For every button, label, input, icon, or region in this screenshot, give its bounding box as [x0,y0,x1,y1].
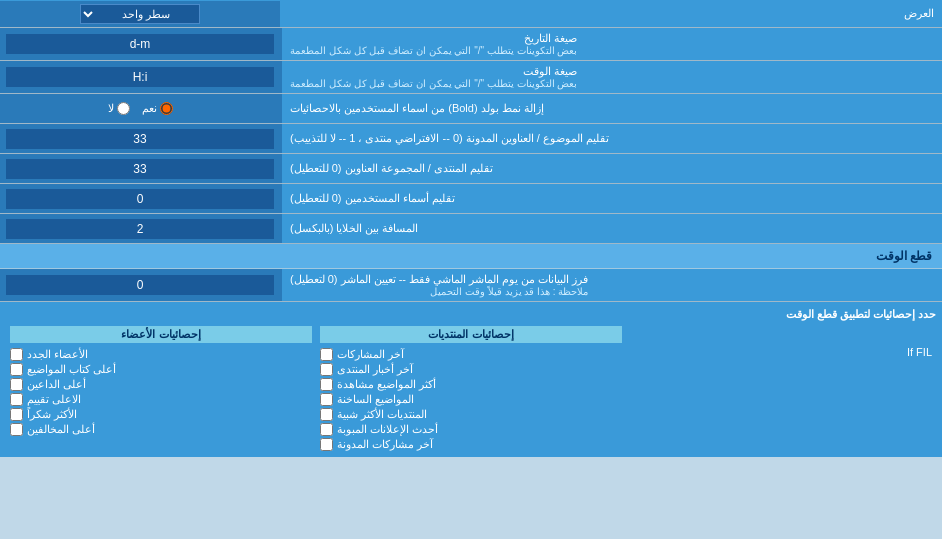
checkbox-last-blog-posts-input[interactable] [320,438,333,451]
topic-title-input-wrapper [0,124,280,153]
cut-time-header: قطع الوقت [0,244,942,269]
checkbox-last-blog-posts: آخر مشاركات المدونة [320,438,622,451]
checkbox-top-inviters-input[interactable] [10,378,23,391]
bottom-section: حدد إحصائيات لتطبيق قطع الوقت إحصائيات ا… [0,302,942,457]
display-select[interactable]: سطر واحد سطرين ثلاثة أسطر [80,4,200,24]
checkbox-new-members: الأعضاء الجدد [10,348,312,361]
fetch-input-wrapper [0,269,280,301]
checkbox-top-rated-input[interactable] [10,393,23,406]
checkbox-latest-classifieds: أحدث الإعلانات المبوبة [320,423,622,436]
checkboxes-container: إحصائيات الأعضاء الأعضاء الجدد أعلى كتاب… [6,326,936,451]
time-format-row: صيغة الوقت بعض التكوينات يتطلب "/" التي … [0,61,942,94]
main-container: العرض سطر واحد سطرين ثلاثة أسطر صيغة الت… [0,0,942,457]
fetch-row: فرز البيانات من يوم الماشر الماشي فقط --… [0,269,942,302]
member-stats-column: إحصائيات الأعضاء الأعضاء الجدد أعلى كتاب… [6,326,316,451]
header-row: العرض سطر واحد سطرين ثلاثة أسطر [0,0,942,28]
fetch-input[interactable] [6,275,274,295]
checkbox-top-violators-input[interactable] [10,423,23,436]
checkbox-last-posts: آخر المشاركات [320,348,622,361]
topic-title-label: تقليم الموضوع / العناوين المدونة (0 -- ا… [280,124,942,153]
forum-title-input[interactable] [6,159,274,179]
checkbox-forum-news: آخر أخبار المنتدى [320,363,622,376]
checkbox-top-authors: أعلى كتاب المواضيع [10,363,312,376]
header-select-wrapper: سطر واحد سطرين ثلاثة أسطر [0,1,280,27]
limit-header: حدد إحصائيات لتطبيق قطع الوقت [6,308,936,321]
bold-yes-radio[interactable] [160,102,173,115]
cell-spacing-row: المسافة بين الخلايا (بالبكسل) [0,214,942,244]
bold-remove-row: إزالة نمط بولد (Bold) من اسماء المستخدمي… [0,94,942,124]
checkbox-most-viewed: أكثر المواضيع مشاهدة [320,378,622,391]
fetch-label: فرز البيانات من يوم الماشر الماشي فقط --… [280,269,942,301]
header-label: العرض [280,3,942,24]
forum-title-row: تقليم المنتدى / المجموعة العناوين (0 للت… [0,154,942,184]
date-format-input[interactable] [6,34,274,54]
bold-no-radio[interactable] [117,102,130,115]
time-format-label: صيغة الوقت بعض التكوينات يتطلب "/" التي … [280,61,942,93]
usernames-input[interactable] [6,189,274,209]
time-format-input[interactable] [6,67,274,87]
member-stats-header: إحصائيات الأعضاء [10,326,312,343]
bold-remove-label: إزالة نمط بولد (Bold) من اسماء المستخدمي… [280,94,942,123]
time-format-input-wrapper [0,61,280,93]
bold-no-label: لا [108,102,130,115]
topic-title-input[interactable] [6,129,274,149]
date-format-row: صيغة التاريخ بعض التكوينات يتطلب "/" الت… [0,28,942,61]
usernames-input-wrapper [0,184,280,213]
checkbox-top-authors-input[interactable] [10,363,23,376]
forum-title-input-wrapper [0,154,280,183]
cell-spacing-input-wrapper [0,214,280,243]
checkbox-top-violators: أعلى المخالفين [10,423,312,436]
checkbox-top-inviters: أعلى الداعين [10,378,312,391]
date-format-label: صيغة التاريخ بعض التكوينات يتطلب "/" الت… [280,28,942,60]
topic-title-row: تقليم الموضوع / العناوين المدونة (0 -- ا… [0,124,942,154]
checkbox-hot-topics: المواضيع الساخنة [320,393,622,406]
cell-spacing-input[interactable] [6,219,274,239]
bold-yes-label: نعم [142,102,173,115]
extra-column: If FIL [626,326,936,451]
checkbox-latest-classifieds-input[interactable] [320,423,333,436]
usernames-label: تقليم أسماء المستخدمين (0 للتعطيل) [280,184,942,213]
if-fil-text: If FIL [630,326,932,358]
bold-remove-radio-wrapper: نعم لا [0,94,280,123]
date-format-input-wrapper [0,28,280,60]
usernames-row: تقليم أسماء المستخدمين (0 للتعطيل) [0,184,942,214]
checkbox-new-members-input[interactable] [10,348,23,361]
checkbox-most-viewed-input[interactable] [320,378,333,391]
checkbox-most-thanked-input[interactable] [10,408,23,421]
checkbox-top-rated: الاعلى تقييم [10,393,312,406]
forum-stats-header: إحصائيات المنتديات [320,326,622,343]
forum-title-label: تقليم المنتدى / المجموعة العناوين (0 للت… [280,154,942,183]
checkbox-hot-topics-input[interactable] [320,393,333,406]
forum-stats-column: إحصائيات المنتديات آخر المشاركات آخر أخب… [316,326,626,451]
checkbox-most-forums: المنتديات الأكثر شبية [320,408,622,421]
checkbox-most-forums-input[interactable] [320,408,333,421]
checkbox-most-thanked: الأكثر شكراً [10,408,312,421]
checkbox-last-posts-input[interactable] [320,348,333,361]
cell-spacing-label: المسافة بين الخلايا (بالبكسل) [280,214,942,243]
checkbox-forum-news-input[interactable] [320,363,333,376]
